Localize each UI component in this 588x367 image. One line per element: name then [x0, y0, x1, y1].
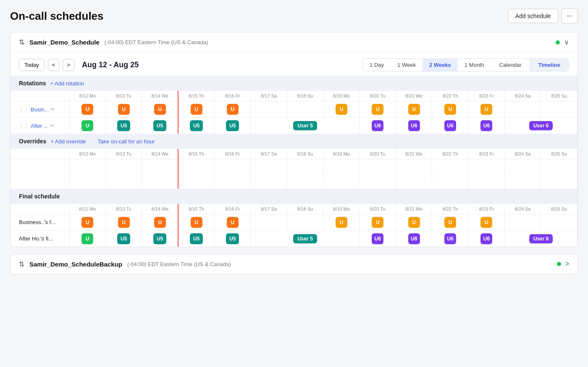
- fin-col-1: 8/13 Tu: [105, 204, 142, 214]
- chip-r1-3: U: [191, 104, 202, 115]
- col-header-1: 8/13 Tu: [105, 91, 142, 101]
- status-dot-1: [556, 40, 560, 45]
- ovr-col-7: 8/19 Mo: [323, 149, 360, 159]
- col-header-8: 8/20 Tu: [360, 91, 396, 101]
- take-oncall-link[interactable]: Take on-call for an hour: [98, 138, 155, 145]
- fin-chip-1-9: U: [408, 217, 420, 228]
- ovr-col-2: 8/14 We: [142, 149, 178, 159]
- chip-r2-0: U: [81, 120, 93, 131]
- rotations-label: Rotations: [19, 80, 46, 87]
- fin-chip-1-10: U: [444, 217, 456, 228]
- fin-chip-2-4: U5: [226, 233, 239, 244]
- chip-r2-9: U6: [444, 120, 456, 131]
- chip-r2-7: U6: [372, 120, 383, 131]
- overrides-grid: 8/12 Mo 8/13 Tu 8/14 We 8/15 Th 8/16 Fr …: [10, 149, 578, 189]
- prev-button[interactable]: <: [48, 59, 60, 71]
- ovr-col-0: 8/12 Mo: [69, 149, 105, 159]
- fin-col-9: 8/21 We: [396, 204, 432, 214]
- more-options-button[interactable]: ···: [562, 8, 578, 24]
- rotation-row-2: ⋮⋮ After ... ✏ U U5 U5 U5 U5 User 5 U6 U…: [10, 118, 578, 134]
- fin-chip-1-7: U: [336, 217, 347, 228]
- col-header-9: 8/21 We: [396, 91, 432, 101]
- tab-calendar[interactable]: Calendar: [491, 59, 530, 71]
- ovr-col-4: 8/16 Fr: [215, 149, 251, 159]
- ovr-col-5: 8/17 Sa: [251, 149, 287, 159]
- chip-r2-4: U5: [226, 120, 239, 131]
- next-button[interactable]: >: [63, 59, 74, 71]
- fin-col-3: 8/15 Th: [178, 204, 214, 214]
- date-range: Aug 12 - Aug 25: [82, 61, 139, 69]
- fin-chip-2-1: U5: [117, 233, 130, 244]
- add-schedule-button[interactable]: Add schedule: [508, 9, 558, 23]
- drag-handle-1[interactable]: ⋮⋮: [19, 106, 29, 112]
- ovr-col-8: 8/20 Tu: [360, 149, 396, 159]
- edit-icon-1[interactable]: ✏: [50, 106, 55, 112]
- chip-r1-10: U: [444, 104, 456, 115]
- chip-r1-7: U: [336, 104, 347, 115]
- col-header-6: 8/18 Su: [287, 91, 323, 101]
- fin-col-0: 8/12 Mo: [69, 204, 105, 214]
- fin-col-13: 8/25 Su: [541, 204, 578, 214]
- fin-bar-user5: User 5: [293, 234, 317, 243]
- fin-col-12: 8/24 Sa: [505, 204, 541, 214]
- final-row-1: Business..'s f... U U U U U U U U U U: [10, 214, 578, 230]
- fin-chip-2-9: U6: [444, 233, 456, 244]
- ovr-col-6: 8/18 Su: [287, 149, 323, 159]
- fin-chip-1-2: U: [154, 217, 166, 228]
- fin-chip-1-0: U: [81, 217, 93, 228]
- add-rotation-link[interactable]: + Add rotation: [50, 80, 84, 87]
- schedule-tz-2: (-04:00) EDT Eastern Time (US & Canada): [127, 261, 231, 267]
- overrides-empty-row: [10, 159, 578, 189]
- fin-col-5: 8/17 Sa: [251, 204, 287, 214]
- fin-col-6: 8/18 Su: [287, 204, 323, 214]
- col-header-0: 8/12 Mo: [69, 91, 105, 101]
- status-dot-2: [557, 262, 561, 266]
- edit-icon-2[interactable]: ✏: [50, 123, 54, 129]
- chip-r2-2: U5: [153, 120, 166, 131]
- chevron-right-icon[interactable]: >: [565, 260, 569, 268]
- ovr-col-11: 8/23 Fr: [468, 149, 504, 159]
- chip-r2-10: U6: [480, 120, 492, 131]
- col-header-7: 8/19 Mo: [323, 91, 360, 101]
- final-schedule-label: Final schedule: [19, 193, 60, 200]
- rotation-label-2[interactable]: After ...: [31, 123, 48, 129]
- chip-r2-8: U6: [408, 120, 420, 131]
- add-override-link[interactable]: + Add override: [50, 138, 86, 145]
- chip-r1-11: U: [480, 104, 492, 115]
- final-label-2: After Ho.'s fi...: [19, 235, 65, 242]
- schedule-tz-1: (-04:00) EDT Eastern Time (US & Canada): [105, 39, 208, 45]
- schedule-backup-header: ⇅ Samir_Demo_ScheduleBackup (-04:00) EDT…: [10, 254, 578, 274]
- fin-chip-2-10: U6: [480, 233, 492, 244]
- sort-icon-2: ⇅: [19, 260, 24, 268]
- final-schedule-header: Final schedule: [10, 189, 578, 204]
- page-title: On-call schedules: [10, 10, 104, 23]
- chevron-down-icon[interactable]: ∨: [564, 38, 569, 46]
- schedule-name-1: Samir_Demo_Schedule: [29, 39, 100, 46]
- fin-chip-1-11: U: [480, 217, 492, 228]
- bar-user6-1: User 6: [529, 121, 553, 130]
- col-header-13: 8/25 Su: [541, 91, 578, 101]
- fin-col-11: 8/23 Fr: [468, 204, 504, 214]
- tab-1month[interactable]: 1 Month: [458, 59, 491, 71]
- tab-timeline[interactable]: Timeline: [530, 59, 569, 71]
- fin-bar-user6: User 6: [529, 234, 553, 243]
- tab-1day[interactable]: 1 Day: [363, 59, 391, 71]
- fin-col-10: 8/22 Th: [432, 204, 468, 214]
- today-button[interactable]: Today: [19, 59, 45, 71]
- schedule-card-1: ⇅ Samir_Demo_Schedule (-04:00) EDT Easte…: [10, 32, 578, 247]
- col-header-3: 8/15 Th: [178, 91, 214, 101]
- chip-r1-2: U: [154, 104, 166, 115]
- ovr-col-9: 8/21 We: [396, 149, 432, 159]
- rotation-label-1[interactable]: Busin...: [31, 106, 49, 113]
- tab-1week[interactable]: 1 Week: [391, 59, 423, 71]
- col-header-10: 8/22 Th: [432, 91, 468, 101]
- drag-handle-2[interactable]: ⋮⋮: [19, 123, 29, 129]
- sort-icon: ⇅: [19, 38, 24, 46]
- fin-chip-1-8: U: [372, 217, 383, 228]
- fin-chip-2-8: U6: [408, 233, 420, 244]
- fin-chip-2-3: U5: [190, 233, 203, 244]
- col-header-11: 8/23 Fr: [468, 91, 504, 101]
- tab-2weeks[interactable]: 2 Weeks: [423, 59, 458, 71]
- calendar-controls: Today < > Aug 12 - Aug 25 1 Day 1 Week 2…: [10, 53, 578, 76]
- final-label-1: Business..'s f...: [19, 219, 65, 225]
